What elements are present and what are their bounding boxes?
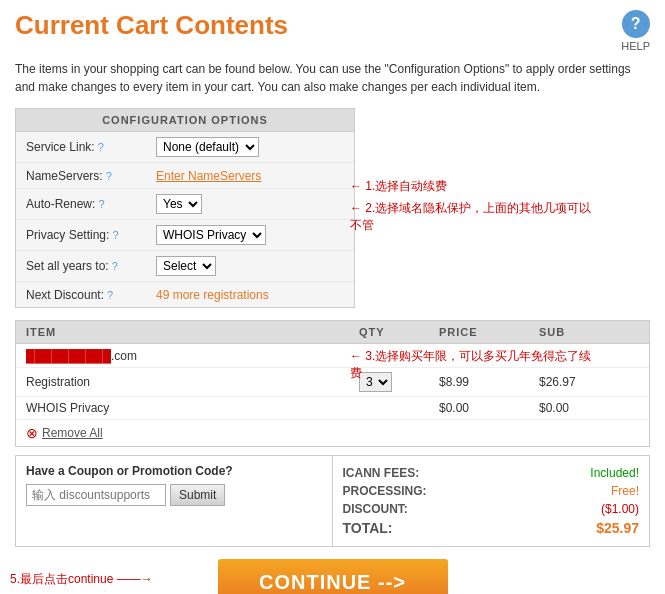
help-icon: ? [622,10,650,38]
continue-button[interactable]: CONTINUE --> [218,559,448,594]
years-select[interactable]: Select 1 2 3 [156,256,216,276]
config-label-autorenew: Auto-Renew: ? [26,197,156,211]
discount-value: 49 more registrations [156,288,269,302]
cart-table: ITEM QTY PRICE SUB ██████████.com Regist… [15,320,650,447]
coupon-submit-button[interactable]: Submit [170,484,225,506]
enter-nameservers-link[interactable]: Enter NameServers [156,169,261,183]
nameservers-help[interactable]: ? [106,170,112,182]
col-price: PRICE [439,326,539,338]
config-label-years: Set all years to: ? [26,259,156,273]
cart-header: ITEM QTY PRICE SUB [16,321,649,344]
config-value-nameservers: Enter NameServers [156,168,344,183]
total-label: TOTAL: [343,520,393,536]
col-sub: SUB [539,326,639,338]
whois-price: $0.00 [439,401,539,415]
privacy-help[interactable]: ? [112,229,118,241]
discount-value: ($1.00) [601,502,639,516]
help-button[interactable]: ? HELP [621,10,650,52]
annotation-5: 5.最后点击continue ——→ [10,571,153,588]
config-options-box: CONFIGURATION OPTIONS Service Link: ? No… [15,108,355,308]
config-row-nameservers: NameServers: ? Enter NameServers [16,163,354,189]
config-row-discount: Next Discount: ? 49 more registrations [16,282,354,307]
autorenew-help[interactable]: ? [98,198,104,210]
config-value-years: Select 1 2 3 [156,256,344,276]
config-options-title: CONFIGURATION OPTIONS [16,109,354,132]
config-row-privacy: Privacy Setting: ? WHOIS Privacy None [16,220,354,251]
summary-discount: DISCOUNT: ($1.00) [343,500,640,518]
discount-help[interactable]: ? [107,289,113,301]
config-row-service-link: Service Link: ? None (default) [16,132,354,163]
col-qty: QTY [359,326,439,338]
config-row-years: Set all years to: ? Select 1 2 3 [16,251,354,282]
autorenew-select[interactable]: Yes No [156,194,202,214]
coupon-input[interactable] [26,484,166,506]
col-item: ITEM [26,326,359,338]
years-help[interactable]: ? [112,260,118,272]
summary-col: ICANN FEES: Included! PROCESSING: Free! … [333,456,650,546]
config-value-autorenew: Yes No [156,194,344,214]
coupon-title: Have a Coupon or Promotion Code? [26,464,322,478]
coupon-input-row: Submit [26,484,322,506]
bottom-section: Have a Coupon or Promotion Code? Submit … [15,455,650,547]
processing-label: PROCESSING: [343,484,427,498]
coupon-col: Have a Coupon or Promotion Code? Submit [16,456,333,546]
annotation-3: ← 3.选择购买年限，可以多买几年免得忘了续费 [350,348,600,382]
whois-label: WHOIS Privacy [26,401,359,415]
icann-value: Included! [590,466,639,480]
summary-processing: PROCESSING: Free! [343,482,640,500]
config-value-discount: 49 more registrations [156,287,344,302]
remove-all-link[interactable]: Remove All [42,426,103,440]
service-link-help[interactable]: ? [98,141,104,153]
config-label-discount: Next Discount: ? [26,288,156,302]
total-value: $25.97 [596,520,639,536]
help-label: HELP [621,40,650,52]
domain-name: ██████████.com [26,348,359,363]
config-value-privacy: WHOIS Privacy None [156,225,344,245]
annotation-2: ← 2.选择域名隐私保护，上面的其他几项可以不管 [350,200,600,234]
cart-whois-row: WHOIS Privacy $0.00 $0.00 [16,397,649,420]
privacy-select[interactable]: WHOIS Privacy None [156,225,266,245]
remove-all-row: ⊗ Remove All [16,420,649,446]
icann-label: ICANN FEES: [343,466,420,480]
processing-value: Free! [611,484,639,498]
config-label-nameservers: NameServers: ? [26,169,156,183]
whois-sub: $0.00 [539,401,639,415]
registration-label: Registration [26,375,359,389]
config-label-privacy: Privacy Setting: ? [26,228,156,242]
page-title: Current Cart Contents [15,10,288,41]
config-label-service-link: Service Link: ? [26,140,156,154]
annotation-1: ← 1.选择自动续费 [350,178,550,195]
discount-row-label: DISCOUNT: [343,502,408,516]
config-row-autorenew: Auto-Renew: ? Yes No [16,189,354,220]
remove-icon: ⊗ [26,425,38,441]
summary-icann: ICANN FEES: Included! [343,464,640,482]
config-value-service-link: None (default) [156,137,344,157]
page-description: The items in your shopping cart can be f… [15,60,650,96]
service-link-select[interactable]: None (default) [156,137,259,157]
summary-total: TOTAL: $25.97 [343,518,640,538]
